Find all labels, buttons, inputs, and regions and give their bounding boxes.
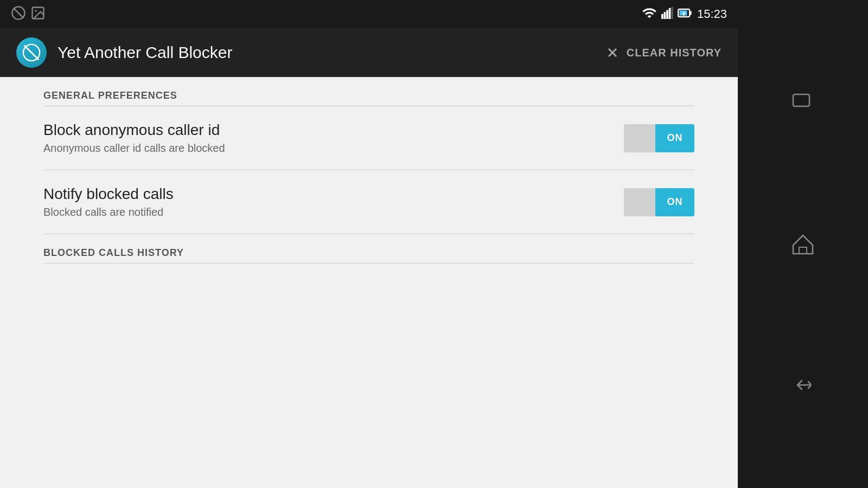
svg-line-1 bbox=[14, 8, 24, 18]
divider-4 bbox=[43, 263, 694, 264]
signal-icon bbox=[661, 5, 673, 23]
back-button[interactable] bbox=[781, 363, 825, 407]
wifi-icon bbox=[642, 5, 657, 23]
home-button[interactable] bbox=[781, 222, 825, 266]
toggle-on-label-1: ON bbox=[667, 132, 683, 144]
clear-history-label: CLEAR HISTORY bbox=[627, 47, 722, 59]
svg-rect-4 bbox=[661, 14, 663, 19]
toggle-on-area-2: ON bbox=[655, 188, 694, 216]
toggle-off-area-1 bbox=[624, 124, 655, 152]
svg-marker-17 bbox=[793, 235, 813, 254]
content-area: GENERAL PREFERENCES Block anonymous call… bbox=[0, 77, 738, 488]
blocked-history-header: BLOCKED CALLS HISTORY bbox=[0, 234, 738, 263]
block-anonymous-description: Anonymous caller id calls are blocked bbox=[43, 142, 624, 155]
svg-rect-5 bbox=[664, 12, 666, 19]
status-bar: 15:23 bbox=[0, 0, 738, 28]
recent-apps-button[interactable] bbox=[781, 81, 825, 125]
app-icon bbox=[16, 37, 47, 68]
general-preferences-title: GENERAL PREFERENCES bbox=[43, 90, 177, 101]
svg-rect-16 bbox=[793, 94, 809, 106]
nav-sidebar bbox=[738, 0, 868, 488]
svg-line-13 bbox=[24, 46, 39, 60]
battery-icon bbox=[678, 5, 693, 23]
blocked-history-title: BLOCKED CALLS HISTORY bbox=[43, 247, 184, 258]
status-time: 15:23 bbox=[697, 7, 727, 21]
svg-rect-8 bbox=[671, 7, 673, 19]
no-sim-icon bbox=[11, 5, 26, 23]
app-title: Yet Another Call Blocker bbox=[58, 43, 232, 62]
svg-rect-6 bbox=[666, 10, 668, 20]
notify-blocked-title: Notify blocked calls bbox=[43, 185, 624, 203]
toggle-off-area-2 bbox=[624, 188, 655, 216]
block-anonymous-toggle[interactable]: ON bbox=[624, 124, 694, 152]
toggle-on-label-2: ON bbox=[667, 196, 683, 208]
notify-blocked-description: Blocked calls are notified bbox=[43, 206, 624, 219]
notify-blocked-row: Notify blocked calls Blocked calls are n… bbox=[0, 170, 738, 234]
svg-rect-7 bbox=[669, 8, 671, 19]
block-anonymous-row: Block anonymous caller id Anonymous call… bbox=[0, 106, 738, 170]
svg-rect-10 bbox=[690, 11, 692, 15]
toolbar: Yet Another Call Blocker CLEAR HISTORY bbox=[0, 28, 738, 77]
clear-history-button[interactable]: CLEAR HISTORY bbox=[605, 45, 722, 60]
toggle-on-area-1: ON bbox=[655, 124, 694, 152]
svg-rect-18 bbox=[799, 247, 807, 254]
general-preferences-header: GENERAL PREFERENCES bbox=[0, 77, 738, 106]
status-icons: 15:23 bbox=[642, 5, 727, 23]
block-anonymous-title: Block anonymous caller id bbox=[43, 121, 624, 139]
image-icon bbox=[30, 5, 46, 23]
notify-blocked-toggle[interactable]: ON bbox=[624, 188, 694, 216]
svg-point-3 bbox=[35, 10, 37, 12]
